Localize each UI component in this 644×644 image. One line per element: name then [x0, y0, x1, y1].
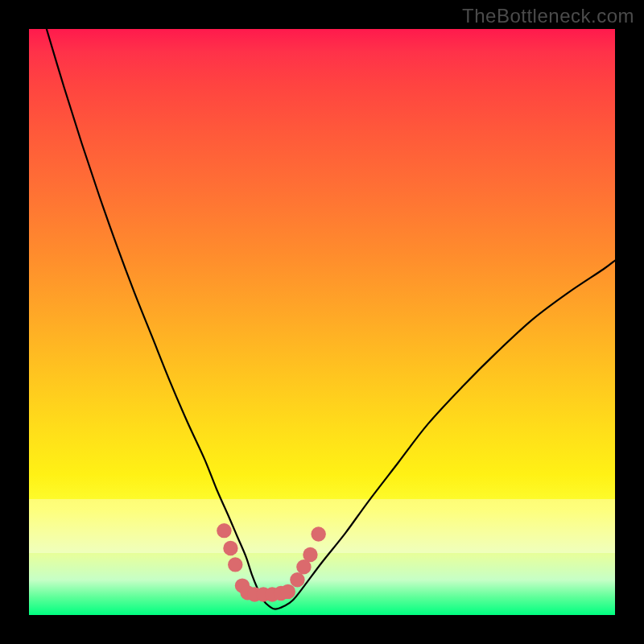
bottleneck-curve [47, 29, 615, 609]
plot-area [29, 29, 615, 615]
marker-dot [290, 572, 304, 587]
watermark-text: TheBottleneck.com [462, 5, 634, 27]
marker-dot [311, 526, 325, 541]
marker-dot [303, 547, 317, 562]
marker-dot [217, 523, 231, 538]
marker-dot [228, 557, 242, 572]
marker-dot [223, 541, 237, 555]
marker-dot [281, 584, 295, 599]
optimal-range-markers [217, 523, 326, 602]
chart-svg [29, 29, 615, 615]
